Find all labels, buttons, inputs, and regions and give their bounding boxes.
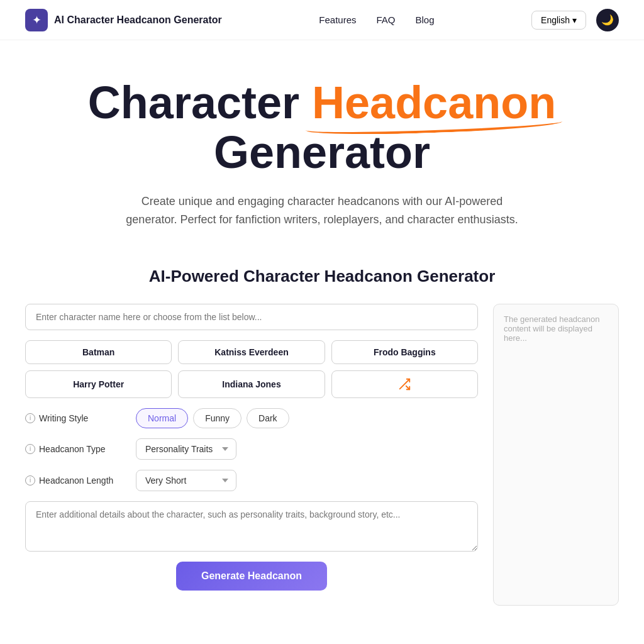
- language-selector[interactable]: English ▾: [531, 11, 586, 30]
- writing-style-info-icon[interactable]: i: [25, 413, 35, 423]
- nav-links: Features FAQ Blog: [319, 14, 434, 25]
- site-title: AI Character Headcanon Generator: [54, 14, 222, 26]
- shuffle-button[interactable]: [331, 370, 478, 398]
- char-btn-frodo[interactable]: Frodo Baggins: [331, 340, 478, 364]
- style-btn-normal[interactable]: Normal: [136, 408, 188, 428]
- logo-icon: ✦: [25, 9, 48, 31]
- char-btn-indiana[interactable]: Indiana Jones: [178, 370, 325, 398]
- headcanon-type-label: Headcanon Type: [39, 444, 106, 454]
- chevron-down-icon: ▾: [572, 15, 577, 25]
- generate-button[interactable]: Generate Headcanon: [176, 562, 327, 591]
- style-btn-dark[interactable]: Dark: [247, 408, 289, 428]
- additional-details-textarea[interactable]: [25, 501, 478, 552]
- character-name-input[interactable]: [25, 304, 478, 330]
- language-label: English: [541, 15, 570, 25]
- headcanon-type-label-group: i Headcanon Type: [25, 444, 126, 454]
- writing-style-buttons: Normal Funny Dark: [136, 408, 289, 428]
- writing-style-label-group: i Writing Style: [25, 413, 126, 423]
- nav-blog-link[interactable]: Blog: [416, 14, 435, 25]
- main-section: AI-Powered Character Headcanon Generator…: [0, 254, 644, 631]
- generator-layout: Batman Katniss Everdeen Frodo Baggins Ha…: [25, 304, 619, 606]
- style-btn-funny[interactable]: Funny: [193, 408, 242, 428]
- writing-style-label: Writing Style: [39, 413, 88, 423]
- dark-mode-toggle[interactable]: 🌙: [596, 9, 619, 31]
- headcanon-length-label: Headcanon Length: [39, 475, 113, 486]
- hero-title-black1: Character: [88, 77, 299, 128]
- headcanon-type-info-icon[interactable]: i: [25, 444, 35, 454]
- nav-right: English ▾ 🌙: [531, 9, 619, 31]
- headcanon-length-row: i Headcanon Length Very Short Short Medi…: [25, 470, 478, 491]
- headcanon-length-info-icon[interactable]: i: [25, 475, 35, 486]
- generator-left-panel: Batman Katniss Everdeen Frodo Baggins Ha…: [25, 304, 478, 591]
- hero-section: Character Headcanon Generator Create uni…: [0, 40, 644, 254]
- nav-features-link[interactable]: Features: [319, 14, 356, 25]
- nav-faq-link[interactable]: FAQ: [376, 14, 395, 25]
- character-buttons-grid: Batman Katniss Everdeen Frodo Baggins Ha…: [25, 340, 478, 398]
- char-btn-katniss[interactable]: Katniss Everdeen: [178, 340, 325, 364]
- headcanon-length-select[interactable]: Very Short Short Medium Long: [136, 470, 236, 491]
- moon-icon: 🌙: [601, 14, 614, 26]
- brand: ✦ AI Character Headcanon Generator: [25, 9, 222, 31]
- output-placeholder-text: The generated headcanon content will be …: [504, 314, 600, 343]
- hero-title: Character Headcanon Generator: [25, 78, 619, 177]
- writing-style-row: i Writing Style Normal Funny Dark: [25, 408, 478, 428]
- navbar: ✦ AI Character Headcanon Generator Featu…: [0, 0, 644, 40]
- char-btn-batman[interactable]: Batman: [25, 340, 172, 364]
- output-panel: The generated headcanon content will be …: [493, 304, 619, 606]
- hero-subtitle: Create unique and engaging character hea…: [121, 192, 523, 229]
- hero-title-orange: Headcanon: [312, 78, 556, 128]
- hero-title-black2: Generator: [214, 127, 430, 177]
- char-btn-harry[interactable]: Harry Potter: [25, 370, 172, 398]
- headcanon-type-row: i Headcanon Type Personality Traits Back…: [25, 438, 478, 460]
- headcanon-length-label-group: i Headcanon Length: [25, 475, 126, 486]
- headcanon-type-select[interactable]: Personality Traits Backstory Relationshi…: [136, 438, 236, 460]
- section-title: AI-Powered Character Headcanon Generator: [25, 267, 619, 286]
